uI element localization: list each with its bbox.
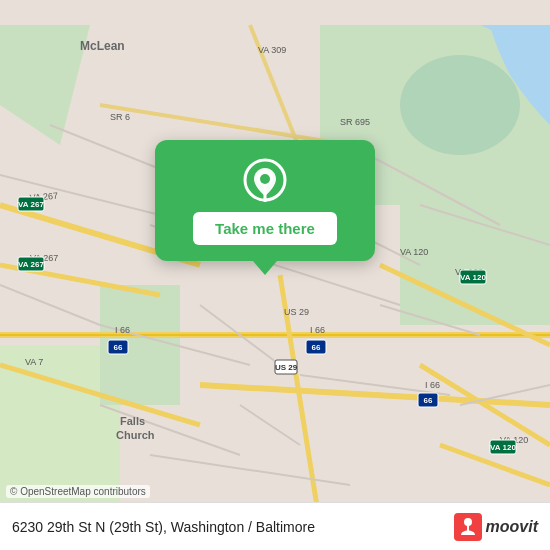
svg-text:VA 120: VA 120 bbox=[490, 443, 516, 452]
svg-text:VA 267: VA 267 bbox=[18, 260, 44, 269]
svg-text:VA 309: VA 309 bbox=[258, 45, 286, 55]
svg-text:I 66: I 66 bbox=[310, 325, 325, 335]
map-container: VA 267 VA 267 SR 6 VA 309 SR 695 I 66 I … bbox=[0, 0, 550, 550]
svg-text:VA 120: VA 120 bbox=[400, 247, 428, 257]
svg-text:Church: Church bbox=[116, 429, 155, 441]
location-pin-icon bbox=[243, 158, 287, 202]
svg-point-69 bbox=[260, 174, 270, 184]
svg-text:Falls: Falls bbox=[120, 415, 145, 427]
svg-point-71 bbox=[464, 518, 472, 526]
moovit-icon bbox=[454, 513, 482, 541]
take-me-there-button[interactable]: Take me there bbox=[193, 212, 337, 245]
moovit-wordmark: moovit bbox=[486, 518, 538, 536]
osm-attribution-text: © OpenStreetMap contributors bbox=[10, 486, 146, 497]
svg-text:66: 66 bbox=[312, 343, 321, 352]
svg-text:SR 695: SR 695 bbox=[340, 117, 370, 127]
svg-text:US 29: US 29 bbox=[284, 307, 309, 317]
svg-point-6 bbox=[400, 55, 520, 155]
svg-text:66: 66 bbox=[114, 343, 123, 352]
moovit-logo: moovit bbox=[454, 513, 538, 541]
svg-text:VA 267: VA 267 bbox=[18, 200, 44, 209]
popup-card: Take me there bbox=[155, 140, 375, 261]
bottom-bar: 6230 29th St N (29th St), Washington / B… bbox=[0, 502, 550, 550]
svg-text:66: 66 bbox=[424, 396, 433, 405]
svg-text:SR 6: SR 6 bbox=[110, 112, 130, 122]
map-background: VA 267 VA 267 SR 6 VA 309 SR 695 I 66 I … bbox=[0, 0, 550, 550]
svg-text:US 29: US 29 bbox=[275, 363, 298, 372]
svg-text:I 66: I 66 bbox=[115, 325, 130, 335]
osm-attribution: © OpenStreetMap contributors bbox=[6, 485, 150, 498]
address-text: 6230 29th St N (29th St), Washington / B… bbox=[12, 519, 315, 535]
svg-text:McLean: McLean bbox=[80, 39, 125, 53]
svg-text:I 66: I 66 bbox=[425, 380, 440, 390]
svg-text:VA 120: VA 120 bbox=[460, 273, 486, 282]
svg-text:VA 7: VA 7 bbox=[25, 357, 43, 367]
